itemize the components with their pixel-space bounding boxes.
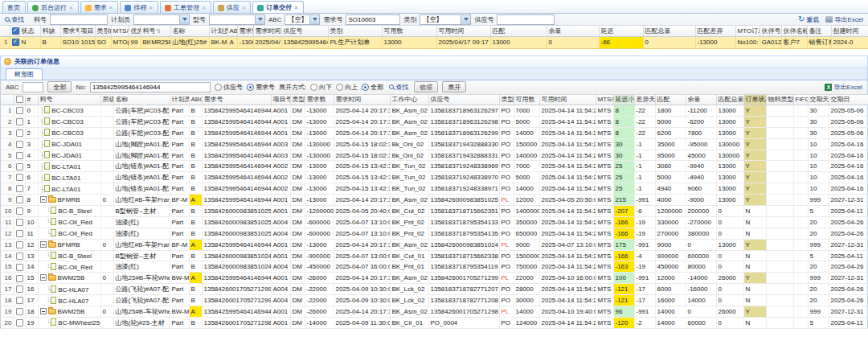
- col-header-partner-name[interactable]: 伙伴名称: [781, 26, 807, 36]
- checkbox-unchecked[interactable]: [16, 230, 23, 237]
- order-row[interactable]: 1817└BC-HLA07公路(飞轮)#A07-配件PartB135842600…: [1, 295, 868, 306]
- row-select[interactable]: [14, 138, 25, 150]
- input-item[interactable]: [50, 14, 108, 25]
- row-select[interactable]: [14, 284, 25, 295]
- col-header-partner-no[interactable]: 伙伴号: [760, 26, 781, 36]
- export-excel-top-button[interactable]: 导出Excel: [825, 15, 863, 24]
- checkbox-unchecked[interactable]: [16, 253, 23, 260]
- input-demand-no[interactable]: [346, 14, 400, 25]
- order-row[interactable]: 76├BC-LTA01山地(链条)#A01-配件PartB13584259954…: [1, 172, 868, 183]
- col-header-match[interactable]: 匹配: [490, 26, 547, 36]
- col-header-surplus[interactable]: 余量: [547, 26, 599, 36]
- order-row[interactable]: 32├BC-CBC03公路(车把)#C03-配件PartB13584259954…: [1, 127, 868, 138]
- col-header-match-total[interactable]: 匹配总量: [643, 26, 695, 36]
- checkbox-unchecked[interactable]: [16, 174, 23, 181]
- row-select[interactable]: [14, 228, 25, 239]
- tab-workorder[interactable]: 工单管理×: [160, 1, 211, 13]
- col-header-project[interactable]: 项目: [79, 26, 95, 36]
- row-select[interactable]: [14, 105, 25, 117]
- col-header-delay-hours[interactable]: 延迟小时: [613, 95, 634, 105]
- col-header-shortage[interactable]: 料缺: [40, 26, 60, 36]
- col-header-supply-no[interactable]: 供应号: [428, 95, 499, 105]
- checkbox-unchecked[interactable]: [16, 308, 23, 315]
- close-tab-icon[interactable]: ×: [69, 2, 73, 13]
- order-row[interactable]: 1211└BC-Oil_Red油漆(红)PartB135842600098385…: [1, 228, 868, 239]
- col-header-priority[interactable]: 优先级: [129, 26, 141, 36]
- close-tab-icon[interactable]: ×: [294, 2, 298, 13]
- expand-collapse-icon[interactable]: [40, 274, 47, 281]
- col-header-due-date[interactable]: 交期日: [829, 95, 868, 105]
- search-button[interactable]: 查找: [5, 15, 24, 24]
- col-header-order-status[interactable]: 订单状态: [743, 95, 766, 105]
- col-header-match-total[interactable]: 匹配总量: [716, 95, 743, 105]
- col-header-created[interactable]: 创建时间: [831, 26, 868, 36]
- col-header-type[interactable]: 类型: [290, 95, 305, 105]
- radio-down[interactable]: 向下: [310, 83, 332, 92]
- col-header-mts[interactable]: MTS/I: [111, 26, 129, 36]
- expand-collapse-icon[interactable]: [40, 241, 47, 248]
- row-select[interactable]: [14, 306, 25, 318]
- col-header-demand-time[interactable]: 需求时间: [334, 95, 390, 105]
- col-header-work-center[interactable]: 工作中心: [390, 95, 428, 105]
- col-header-diff-days[interactable]: 差异天数: [634, 95, 655, 105]
- tab-home[interactable]: 首页: [2, 1, 26, 13]
- col-header-demand-qty[interactable]: 需求数: [237, 26, 253, 36]
- checkbox-unchecked[interactable]: [16, 285, 23, 293]
- order-row[interactable]: 2019└BC-MWheel25山地(轮)#25-主材PartB13584260…: [1, 317, 868, 328]
- all-button[interactable]: 全部: [47, 81, 72, 92]
- checkbox-unchecked[interactable]: [16, 219, 23, 226]
- close-tab-icon[interactable]: ×: [149, 2, 153, 13]
- order-row[interactable]: 1312BFMRB0山地红#B-车架FrameBF-MA135842599546…: [1, 239, 868, 250]
- checkbox-unchecked[interactable]: [16, 275, 23, 282]
- checkbox-unchecked[interactable]: [16, 319, 23, 326]
- checkbox-unchecked[interactable]: [16, 196, 23, 203]
- expand-collapse-icon[interactable]: [40, 308, 47, 314]
- row-select[interactable]: [14, 116, 25, 127]
- radio-all[interactable]: 全部: [362, 83, 383, 92]
- order-row[interactable]: 1110└BC-Oil_Red油漆(红)PartB135842600098385…: [1, 216, 868, 228]
- checkbox-unchecked[interactable]: [16, 118, 23, 125]
- col-header-avail-time[interactable]: 可用时间: [436, 26, 490, 36]
- row-select[interactable]: [14, 206, 25, 217]
- panel-search-button[interactable]: 查找: [389, 83, 408, 92]
- row-select[interactable]: [14, 161, 25, 172]
- col-header-name[interactable]: 名称: [113, 95, 170, 105]
- checkbox-unchecked[interactable]: [16, 241, 23, 248]
- checkbox-unchecked[interactable]: [16, 96, 23, 103]
- row-select[interactable]: [14, 239, 25, 250]
- order-row[interactable]: 87├BC-LTA01山地(链条)#A01-配件PartB13584259954…: [1, 183, 868, 195]
- order-row[interactable]: 1514└BC-Oil_Red油漆(红)PartB135842600098385…: [1, 261, 868, 273]
- checkbox-unchecked[interactable]: [16, 207, 23, 215]
- col-header-avail-qty[interactable]: 可用数: [382, 26, 436, 36]
- col-header-name[interactable]: 名称: [170, 26, 209, 36]
- order-row[interactable]: 98BFMRB0山地红#B-车架FrameBF-MA13584259954641…: [1, 195, 868, 206]
- radio-up[interactable]: 向上: [336, 83, 358, 92]
- col-header-type-s[interactable]: 类型S: [499, 95, 514, 105]
- row-select[interactable]: [14, 317, 25, 328]
- col-header-delay[interactable]: 延迟: [599, 26, 643, 36]
- tab-demand[interactable]: 需求×: [80, 1, 119, 13]
- col-header-mts-o[interactable]: MTS/O: [596, 95, 613, 105]
- radio-supply-no[interactable]: 供应号: [215, 83, 243, 92]
- row-select[interactable]: [14, 216, 25, 228]
- col-header-material-type[interactable]: 物料类型: [766, 95, 793, 105]
- select-all-header[interactable]: [10, 26, 19, 36]
- checkbox-unchecked[interactable]: [16, 107, 23, 114]
- row-select[interactable]: [14, 295, 25, 306]
- order-row[interactable]: 10├BC-CBC03公路(车把)#C03-配件PartB13584259954…: [1, 105, 868, 117]
- select-planner[interactable]: [133, 14, 190, 25]
- row-select[interactable]: [14, 127, 25, 138]
- col-header-match-diff[interactable]: 匹配差异: [695, 26, 735, 36]
- checkbox-unchecked[interactable]: [16, 129, 23, 137]
- col-header-abc[interactable]: ABC: [189, 95, 202, 105]
- col-header-status[interactable]: 状态: [19, 26, 40, 36]
- tab-backend[interactable]: 后台运行×: [27, 1, 79, 13]
- checkbox-unchecked[interactable]: [16, 163, 23, 170]
- row-select[interactable]: [10, 36, 19, 48]
- abc-filter-input[interactable]: [23, 82, 43, 92]
- col-header-planner[interactable]: 计划员: [209, 26, 227, 36]
- summary-row[interactable]: 1NBSO10001015SOMTO(工99BKMR25E山地(红)25#BK-…: [0, 36, 868, 48]
- order-row[interactable]: 1615BWM25B0山地25#B-车轮WheelBW-MA1358425995…: [1, 273, 868, 284]
- col-header-avail-time[interactable]: 可用时间: [539, 95, 596, 105]
- checkbox-unchecked[interactable]: [16, 152, 23, 159]
